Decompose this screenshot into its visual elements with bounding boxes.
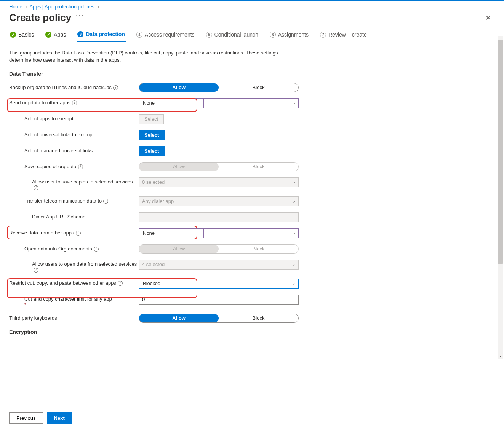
dropdown-send-org-data[interactable]: None ⌵ bbox=[139, 98, 299, 108]
select-managed-links-button[interactable]: Select bbox=[139, 146, 165, 156]
toggle-backup-allow[interactable]: Allow bbox=[139, 83, 219, 92]
step-conditional-launch[interactable]: 5Conditional launch bbox=[205, 29, 259, 41]
label-dialer-scheme: Dialer App URL Scheme bbox=[9, 212, 139, 220]
label-open-into: Open data into Org documents bbox=[9, 244, 139, 252]
label-backup: Backup org data to iTunes and iCloud bac… bbox=[9, 83, 139, 90]
label-open-services: Allow users to open data from selected s… bbox=[9, 260, 139, 273]
section-header-encryption: Encryption bbox=[9, 329, 487, 335]
step-review-create[interactable]: 7Review + create bbox=[319, 29, 368, 41]
label-send-org-data: Send org data to other apps bbox=[9, 98, 139, 105]
toggle-save-copies: Allow Block bbox=[139, 162, 299, 171]
label-save-services: Allow user to save copies to selected se… bbox=[9, 177, 139, 190]
page-title: Create policy bbox=[9, 12, 71, 24]
input-dialer-scheme bbox=[139, 212, 299, 222]
info-icon[interactable] bbox=[72, 100, 77, 105]
step-assignments[interactable]: 6Assignments bbox=[269, 29, 309, 41]
step-basics[interactable]: Basics bbox=[9, 29, 35, 41]
breadcrumb-path[interactable]: Apps | App protection policies bbox=[30, 4, 94, 10]
wizard-stepper: Basics Apps 3Data protection 4Access req… bbox=[9, 29, 495, 42]
toggle-tpkb-allow[interactable]: Allow bbox=[139, 314, 219, 322]
info-icon[interactable] bbox=[94, 247, 99, 252]
chevron-down-icon: ⌵ bbox=[293, 100, 295, 105]
dropdown-restrict-ccp[interactable]: Blocked ⌵ bbox=[139, 279, 299, 289]
wizard-footer: Previous Next bbox=[0, 407, 504, 429]
select-exempt-links-button[interactable]: Select bbox=[139, 130, 165, 140]
chevron-down-icon: ⌵ bbox=[293, 180, 295, 185]
next-button[interactable]: Next bbox=[47, 412, 72, 424]
label-receive-data: Receive data from other apps bbox=[9, 228, 139, 236]
toggle-tpkb-block[interactable]: Block bbox=[219, 314, 298, 322]
chevron-down-icon: ⌵ bbox=[293, 281, 295, 286]
info-icon[interactable] bbox=[118, 281, 123, 286]
chevron-down-icon: ⌵ bbox=[293, 231, 295, 236]
dropdown-telecom: Any dialer app⌵ bbox=[139, 196, 299, 206]
breadcrumb: Home › Apps | App protection policies › bbox=[9, 4, 495, 10]
input-char-limit[interactable] bbox=[139, 295, 299, 305]
info-icon[interactable] bbox=[78, 164, 83, 169]
label-save-copies: Save copies of org data bbox=[9, 162, 139, 169]
toggle-backup[interactable]: Allow Block bbox=[139, 83, 299, 92]
dropdown-save-services: 0 selected⌵ bbox=[139, 177, 299, 187]
step-apps[interactable]: Apps bbox=[45, 29, 67, 41]
more-actions[interactable]: ··· bbox=[76, 12, 84, 20]
step-data-protection[interactable]: 3Data protection bbox=[77, 29, 126, 42]
scrollbar-thumb[interactable] bbox=[498, 40, 503, 264]
dropdown-open-services: 4 selected⌵ bbox=[139, 260, 299, 270]
label-char-limit: Cut and copy character limit for any app… bbox=[9, 295, 139, 308]
previous-button[interactable]: Previous bbox=[9, 412, 43, 424]
info-icon[interactable] bbox=[34, 185, 38, 190]
section-header-data-transfer: Data Transfer bbox=[9, 71, 487, 77]
select-exempt-apps-button: Select bbox=[139, 114, 164, 124]
close-icon[interactable]: ✕ bbox=[482, 12, 495, 24]
info-icon[interactable] bbox=[76, 231, 81, 236]
step-access-requirements[interactable]: 4Access requirements bbox=[136, 29, 195, 41]
chevron-down-icon: ⌵ bbox=[293, 262, 295, 267]
breadcrumb-home[interactable]: Home bbox=[9, 4, 22, 10]
chevron-down-icon: ⌵ bbox=[293, 199, 295, 204]
label-exempt-apps: Select apps to exempt bbox=[9, 114, 139, 121]
label-third-party-kb: Third party keyboards bbox=[9, 314, 139, 321]
section-description: This group includes the Data Loss Preven… bbox=[9, 49, 283, 64]
label-telecom: Transfer telecommunication data to bbox=[9, 196, 139, 204]
label-managed-links: Select managed universal links bbox=[9, 146, 139, 153]
scroll-down-arrow[interactable]: ▾ bbox=[498, 353, 503, 359]
dropdown-receive-data[interactable]: None ⌵ bbox=[139, 228, 299, 238]
info-icon[interactable] bbox=[113, 85, 118, 90]
toggle-third-party-kb[interactable]: Allow Block bbox=[139, 314, 299, 323]
info-icon[interactable] bbox=[103, 199, 108, 204]
toggle-open-into: Allow Block bbox=[139, 244, 299, 254]
label-exempt-links: Select universal links to exempt bbox=[9, 130, 139, 137]
toggle-backup-block[interactable]: Block bbox=[219, 83, 298, 92]
info-icon[interactable] bbox=[34, 268, 38, 273]
label-restrict-ccp: Restrict cut, copy, and paste between ot… bbox=[9, 279, 139, 286]
